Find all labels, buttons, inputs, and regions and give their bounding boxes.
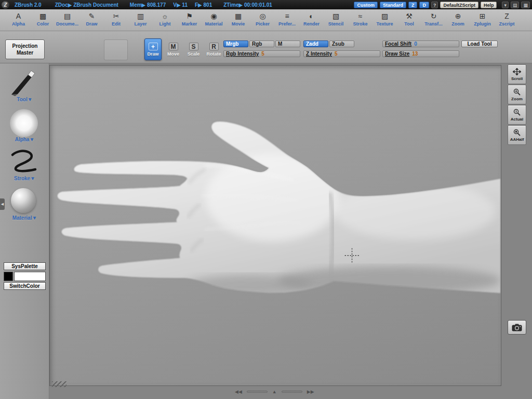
document-title[interactable]: ZDoc▶ ZBrush Document bbox=[55, 2, 118, 8]
scroll-left-icon[interactable]: ◀◀ bbox=[235, 389, 242, 394]
palette-menu-item[interactable]: Z Zscript bbox=[495, 11, 519, 31]
palette-menu-item[interactable]: ≡ Prefer... bbox=[275, 11, 299, 31]
zoom-button[interactable]: Zoom bbox=[508, 85, 526, 104]
palette-menu-item[interactable]: ◐ Render bbox=[299, 11, 324, 31]
scroll-right-icon[interactable]: ▶▶ bbox=[307, 389, 314, 394]
palette-menu-item[interactable]: ▦ Movie bbox=[226, 11, 250, 31]
palette-item-label: Marker bbox=[177, 21, 202, 26]
color-mode-buttons: Mrgb Rgb M bbox=[223, 41, 300, 47]
focal-shift-slider[interactable]: Focal Shift 0 bbox=[382, 41, 459, 47]
load-tool-button[interactable]: Load Tool bbox=[461, 41, 498, 47]
help-question-button[interactable]: ? bbox=[431, 2, 438, 8]
edit-mode-button[interactable]: M Move bbox=[165, 38, 182, 60]
palette-menu-item[interactable]: A Alpha bbox=[6, 11, 31, 31]
scroll-track-right[interactable] bbox=[282, 391, 302, 393]
main-color-swatch[interactable] bbox=[4, 272, 13, 281]
palette-item-label: Prefer... bbox=[275, 21, 299, 26]
canvas-resize-grip[interactable] bbox=[52, 381, 66, 387]
color-mode-button[interactable]: M bbox=[275, 41, 300, 47]
palette-menu-item[interactable]: ☼ Light bbox=[153, 11, 177, 31]
canvas-scene bbox=[50, 65, 501, 385]
z-intensity-slider[interactable]: Z Intensity 5 bbox=[303, 50, 380, 57]
edit-mode-button[interactable]: R Rotate bbox=[205, 38, 222, 60]
help-button[interactable]: Help bbox=[481, 2, 497, 8]
palette-item-label: Stroke bbox=[348, 21, 373, 26]
palette-item-icon: ◐ bbox=[299, 11, 324, 21]
current-tool-thumbnail[interactable] bbox=[7, 68, 41, 100]
palette-menu-item[interactable]: ↻ Transf... bbox=[421, 11, 446, 31]
palette-item-label: Docume... bbox=[55, 21, 79, 26]
magnifier-aa-icon bbox=[513, 129, 521, 137]
z-button[interactable]: Z bbox=[408, 2, 418, 8]
palette-menu-item[interactable]: ▨ Texture bbox=[373, 11, 397, 31]
palette-menu-item[interactable]: ✂ Edit bbox=[104, 11, 128, 31]
palette-menu-item[interactable]: ⚑ Marker bbox=[177, 11, 202, 31]
scroll-track-left[interactable] bbox=[247, 391, 268, 393]
focal-shift-value: 0 bbox=[414, 41, 417, 47]
edit-mode-buttons: + Draw M Move S Scale R Rotate bbox=[144, 38, 222, 60]
d-button[interactable]: D bbox=[419, 2, 429, 8]
palette-item-icon: ≡ bbox=[275, 11, 299, 21]
window-control-icon[interactable]: ▾ bbox=[502, 2, 509, 8]
aahalf-button[interactable]: AAHalf bbox=[508, 125, 526, 145]
rgb-intensity-slider[interactable]: Rgb Intensity 5 bbox=[223, 50, 300, 57]
current-material-thumbnail[interactable] bbox=[11, 188, 36, 213]
aahalf-label: AAHalf bbox=[510, 137, 524, 142]
palette-item-label: Zscript bbox=[495, 21, 519, 26]
palette-item-label: Zoom bbox=[446, 21, 470, 26]
custom-ui-button[interactable]: Custom bbox=[354, 2, 378, 8]
draw-size-slider[interactable]: Draw Size 13 bbox=[382, 50, 459, 57]
sys-palette-button[interactable]: SysPalette bbox=[4, 262, 46, 270]
palette-item-icon: ▩ bbox=[31, 11, 55, 21]
current-alpha-thumbnail[interactable] bbox=[10, 109, 38, 137]
stroke-flyout-label[interactable]: Stroke▼ bbox=[0, 176, 49, 181]
palette-menu-row: A Alpha ▩ Color ▤ Docume... ✎ Draw ✂ Edi… bbox=[0, 9, 532, 31]
document-canvas[interactable] bbox=[49, 65, 501, 386]
palette-item-icon: ✎ bbox=[79, 11, 104, 21]
color-mode-button[interactable]: Mrgb bbox=[223, 41, 248, 47]
focal-shift-label: Focal Shift bbox=[385, 41, 411, 47]
switch-color-button[interactable]: SwitchColor bbox=[4, 282, 46, 290]
actual-size-button[interactable]: Actual bbox=[508, 105, 526, 125]
sculpt-mode-button[interactable]: Zadd bbox=[303, 41, 328, 47]
color-mode-button[interactable]: Rgb bbox=[249, 41, 274, 47]
palette-item-icon: ⚑ bbox=[177, 11, 202, 21]
window-control-icon[interactable]: ▦ bbox=[521, 2, 530, 8]
palette-menu-item[interactable]: ◎ Picker bbox=[250, 11, 275, 31]
alpha-flyout-label[interactable]: Alpha▼ bbox=[0, 137, 49, 142]
draw-size-value: 13 bbox=[412, 51, 418, 57]
scroll-up-icon[interactable]: ▲ bbox=[272, 389, 277, 394]
secondary-color-swatch[interactable] bbox=[14, 272, 46, 281]
palette-menu-item[interactable]: ⊞ Zplugin bbox=[470, 11, 495, 31]
palette-menu-item[interactable]: ◉ Material bbox=[202, 11, 226, 31]
window-buttons: ▾ ▤ ▦ bbox=[500, 2, 530, 8]
palette-menu-item[interactable]: ▤ Docume... bbox=[55, 11, 79, 31]
palette-menu-item[interactable]: ≈ Stroke bbox=[348, 11, 373, 31]
palette-item-icon: ◎ bbox=[250, 11, 275, 21]
palette-menu-item[interactable]: ⚒ Tool bbox=[397, 11, 421, 31]
palette-item-icon: ↻ bbox=[421, 11, 446, 21]
current-stroke-thumbnail[interactable] bbox=[8, 149, 39, 177]
palette-item-icon: ⊕ bbox=[446, 11, 470, 21]
palette-menu-item[interactable]: ▥ Layer bbox=[128, 11, 153, 31]
standard-ui-button[interactable]: Standard bbox=[380, 2, 406, 8]
edit-mode-button[interactable]: + Draw bbox=[144, 38, 162, 60]
sculpt-mode-buttons: Zadd Zsub bbox=[303, 41, 354, 47]
palette-menu-item[interactable]: ⊕ Zoom bbox=[446, 11, 470, 31]
window-control-icon[interactable]: ▤ bbox=[511, 2, 520, 8]
palette-menu-item[interactable]: ✎ Draw bbox=[79, 11, 104, 31]
scroll-button[interactable]: Scroll bbox=[508, 64, 526, 84]
projection-master-button[interactable]: Projection Master bbox=[5, 39, 45, 59]
snapshot-camera-button[interactable] bbox=[508, 320, 526, 335]
palette-menu-item[interactable]: ▩ Color bbox=[31, 11, 55, 31]
material-flyout-label[interactable]: Material▼ bbox=[0, 215, 49, 221]
edit-mode-button[interactable]: S Scale bbox=[185, 38, 202, 60]
vertex-stat: V▶ 11 bbox=[173, 2, 188, 8]
sculpt-mode-button[interactable]: Zsub bbox=[329, 41, 354, 47]
tray-collapse-arrow-icon[interactable]: ◀ bbox=[0, 198, 5, 210]
default-zscript-button[interactable]: DefaultZScript bbox=[440, 2, 478, 8]
camera-icon bbox=[512, 324, 522, 331]
palette-item-icon: ⊞ bbox=[470, 11, 495, 21]
palette-menu-item[interactable]: ▧ Stencil bbox=[324, 11, 348, 31]
tool-flyout-label[interactable]: Tool▼ bbox=[0, 97, 49, 102]
